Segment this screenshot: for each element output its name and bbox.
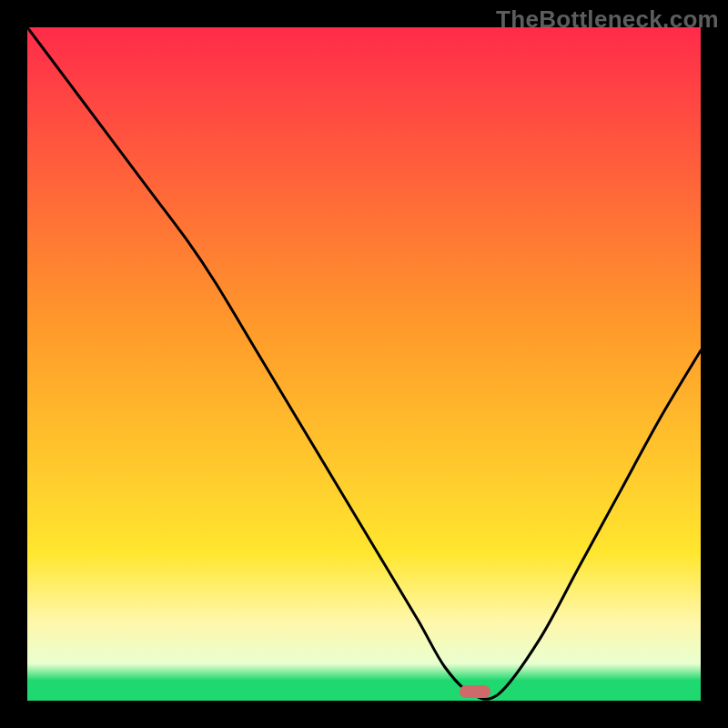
watermark-text: TheBottleneck.com	[496, 5, 719, 34]
optimal-marker	[460, 685, 490, 698]
chart-svg	[27, 27, 701, 701]
plot-area	[27, 27, 701, 701]
chart-frame: TheBottleneck.com	[0, 0, 728, 728]
gradient-background	[27, 27, 701, 701]
